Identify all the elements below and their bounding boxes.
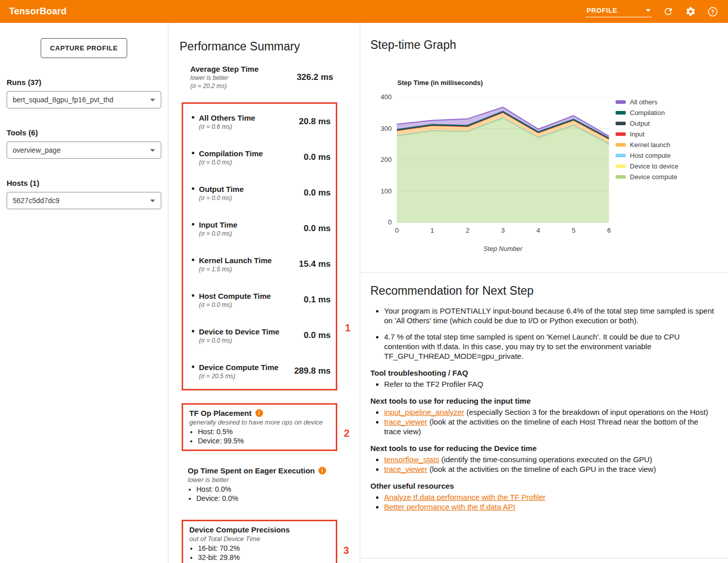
metric-row-device-to-device-time: Device to Device Time(σ = 0.0 ms)0.0 ms — [183, 318, 336, 353]
metric-sigma: (σ = 20.2 ms) — [190, 82, 258, 90]
annotation-1: 1 — [345, 322, 351, 334]
legend-item-all-others: All others — [616, 97, 678, 107]
metric-row-host-compute-time: Host Compute Time(σ = 0.0 ms)0.1 ms — [183, 282, 336, 318]
link-trace-viewer[interactable]: trace_viewer — [384, 417, 427, 426]
settings-gear-icon[interactable] — [684, 6, 696, 18]
list-item: Host: 0.5% — [198, 427, 330, 436]
hosts-select-value: 5627c5dd7dc9 — [13, 196, 60, 205]
eager-title: Op Time Spent on Eager Execution — [188, 466, 315, 475]
section-list-item: trace_viewer (look at the activities on … — [384, 417, 717, 436]
eager-note: lower is better — [188, 476, 354, 484]
metric-text: Kernel Launch Time(σ = 1.5 ms) — [199, 256, 272, 273]
x-tick-label: 1 — [425, 227, 440, 234]
step-time-graph-panel: Step-time Graph Step Time (in millisecon… — [360, 23, 728, 273]
metric-sigma: (σ = 0.0 ms) — [199, 301, 271, 308]
dashboard-select[interactable]: PROFILE — [586, 6, 652, 17]
x-tick-label: 2 — [460, 227, 475, 234]
metric-sigma: (σ = 1.5 ms) — [199, 266, 272, 273]
metric-text: All Others Time(σ = 0.6 ms) — [199, 114, 255, 130]
section-list: Refer to the TF2 Profiler FAQ — [370, 379, 717, 389]
section-list-item: Refer to the TF2 Profiler FAQ — [384, 379, 717, 389]
section-heading-other-useful-resources: Other useful resources — [370, 482, 717, 490]
app-body: CAPTURE PROFILE Runs (37) bert_squad_8gp… — [0, 23, 728, 563]
performance-summary-panel: Performance Summary Average Step Time lo… — [168, 23, 360, 563]
link-trace-viewer[interactable]: trace_viewer — [384, 465, 427, 473]
section-list-item: Better performance with the tf.data API — [384, 502, 717, 512]
metric-row-all-others-time: All Others Time(σ = 0.6 ms)20.8 ms — [183, 104, 336, 139]
x-tick-label: 5 — [566, 227, 581, 234]
tf-op-placement-list: Host: 0.5%Device: 99.5% — [189, 427, 330, 445]
section-list: Analyze tf.data performance with the TF … — [370, 492, 717, 512]
y-tick-label: 0 — [374, 218, 392, 226]
chart-legend: All othersCompilationOutputInputKernel l… — [616, 97, 678, 182]
metric-sigma: (σ = 0.6 ms) — [199, 123, 255, 130]
section-list: tensorflow_stats (identify the time-cons… — [370, 455, 717, 474]
dashboard-select-value: PROFILE — [587, 7, 618, 14]
precisions-title-row: Device Compute Precisions — [189, 525, 330, 534]
help-icon[interactable]: ? — [707, 6, 719, 18]
metric-text: Host Compute Time(σ = 0.0 ms) — [199, 292, 271, 308]
tools-select[interactable]: overview_page — [7, 142, 161, 159]
device-compute-precisions-box: Device Compute Precisions out of Total D… — [182, 520, 337, 563]
legend-label: Host compute — [630, 152, 671, 159]
x-tick-label: 0 — [389, 227, 404, 234]
metric-row-device-compute-time: Device Compute Time(σ = 20.5 ms)289.8 ms — [183, 353, 336, 389]
header-actions: PROFILE ? — [586, 6, 719, 18]
x-tick-label: 3 — [496, 227, 511, 234]
average-step-time-text: Average Step Time lower is better (σ = 2… — [190, 65, 258, 90]
link-tensorflow-stats[interactable]: tensorflow_stats — [384, 455, 439, 464]
tools-select-value: overview_page — [13, 146, 61, 154]
legend-label: All others — [630, 98, 657, 106]
metric-value: 0.0 ms — [304, 188, 331, 198]
bullet-dot — [192, 223, 194, 226]
info-icon[interactable]: i — [318, 467, 326, 474]
link-input-pipeline-analyzer[interactable]: input_pipeline_analyzer — [384, 408, 464, 416]
link-analyze-tf-data-performance-with-the-tf-profiler[interactable]: Analyze tf.data performance with the TF … — [384, 493, 545, 501]
y-tick-label: 300 — [374, 125, 392, 132]
metric-label: Output Time — [199, 185, 244, 193]
eager-list: Host: 0.0%Device: 0.0% — [188, 485, 354, 503]
metric-value: 326.2 ms — [297, 72, 333, 82]
metric-value: 0.1 ms — [304, 295, 331, 305]
tools-group: Tools (6) overview_page — [7, 128, 161, 159]
chevron-down-icon — [150, 149, 155, 152]
recommendation-sections: Tool troubleshooting / FAQRefer to the T… — [370, 369, 717, 512]
metric-sigma: (σ = 20.5 ms) — [199, 373, 278, 380]
tf-op-placement-title: TF Op Placement — [189, 409, 252, 417]
recommendation-bullet: Your program is POTENTIALLY input-bound … — [384, 306, 717, 325]
runs-select-value: bert_squad_8gpu_fp16_pvt_thd — [13, 96, 113, 104]
legend-swatch — [616, 100, 626, 104]
info-icon[interactable]: i — [255, 409, 263, 417]
runs-select[interactable]: bert_squad_8gpu_fp16_pvt_thd — [7, 91, 161, 108]
metric-value: 0.0 ms — [304, 223, 331, 234]
capture-profile-button[interactable]: CAPTURE PROFILE — [41, 38, 127, 58]
legend-label: Output — [630, 120, 650, 127]
reload-icon[interactable] — [662, 6, 674, 18]
list-item: Device: 99.5% — [198, 436, 330, 445]
metric-label: Device Compute Time — [199, 363, 278, 372]
step-time-graph-title: Step-time Graph — [370, 38, 456, 52]
metric-row-kernel-launch-time: Kernel Launch Time(σ = 1.5 ms)15.4 ms — [183, 246, 336, 282]
bullet-dot — [192, 294, 194, 297]
app-title: TensorBoard — [9, 6, 67, 17]
legend-swatch — [616, 164, 626, 168]
metric-row-compilation-time: Compilation Time(σ = 0.0 ms)0.0 ms — [183, 139, 336, 175]
precisions-title: Device Compute Precisions — [189, 525, 290, 534]
runs-group: Runs (37) bert_squad_8gpu_fp16_pvt_thd — [7, 78, 161, 108]
metric-sigma: (σ = 0.0 ms) — [199, 159, 263, 166]
chevron-down-icon — [150, 200, 155, 202]
metric-note: lower is better — [190, 74, 258, 81]
metric-text: Input Time(σ = 0.0 ms) — [199, 220, 238, 237]
hosts-select[interactable]: 5627c5dd7dc9 — [7, 192, 161, 209]
legend-label: Compilation — [630, 109, 665, 117]
link-better-performance-with-the-tf-data-api[interactable]: Better performance with the tf.data API — [384, 502, 515, 511]
legend-swatch — [616, 175, 626, 179]
recommendation-bullet: 4.7 % of the total step time sampled is … — [384, 332, 717, 361]
app-header: TensorBoard PROFILE ? — [0, 0, 728, 23]
metric-label: Device to Device Time — [199, 327, 279, 336]
step-time-chart[interactable] — [397, 97, 609, 222]
legend-item-input: Input — [616, 129, 678, 139]
section-list-item: trace_viewer (look at the activities on … — [384, 464, 717, 474]
tools-label: Tools (6) — [7, 128, 161, 137]
hosts-group: Hosts (1) 5627c5dd7dc9 — [7, 179, 161, 209]
